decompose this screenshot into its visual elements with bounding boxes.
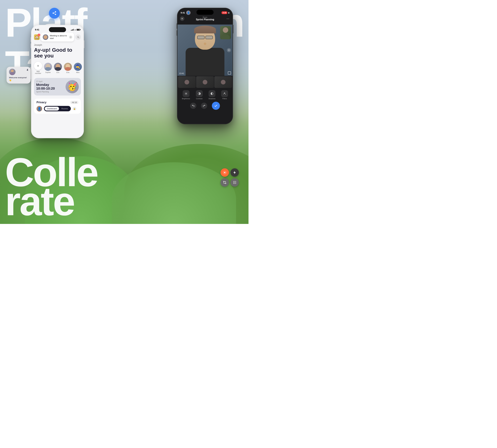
dark-side-button-down[interactable] [176, 30, 177, 36]
add-member-wrapper: + Add member [34, 62, 42, 74]
greeting-name: Joseph [34, 44, 81, 47]
shadows-control[interactable]: Shadows [208, 90, 215, 99]
tool-flash-button[interactable] [230, 168, 239, 177]
status-avatar-emoji: 👤 [186, 11, 191, 15]
room-header: ✕ Room Sprint Planning ⋯ [177, 16, 233, 21]
dark-side-button-up[interactable] [176, 23, 177, 29]
svg-point-2 [185, 93, 187, 94]
meeting-day: Monday [36, 83, 64, 87]
contrast-icon [196, 90, 203, 97]
add-member-button[interactable]: + [34, 62, 42, 70]
glass-left [197, 36, 205, 39]
add-video-button[interactable]: + [227, 48, 231, 52]
thumb-face-1 [185, 80, 189, 84]
search-button[interactable] [75, 34, 81, 40]
svg-point-11 [236, 182, 236, 183]
meeting-info: 27 April Monday 10:00-10:20 Sprint Plann… [36, 80, 64, 93]
svg-point-6 [233, 181, 234, 182]
signal-bar-4 [73, 29, 74, 31]
members-row: + Add member Sophie [34, 62, 81, 74]
phone-inner-left: 9:41 ▲ [32, 25, 83, 138]
notification-banner[interactable]: Meeting is about to start × [41, 33, 74, 41]
notif-avatar [43, 34, 48, 40]
privacy-toggle[interactable]: Dashboard Rooms [44, 106, 71, 111]
sophie-body [45, 67, 51, 71]
widget-count: 4 [27, 69, 28, 71]
redo-button[interactable] [201, 103, 207, 109]
widget-avatar [9, 69, 16, 75]
member-alex[interactable]: 🧙 Alex [74, 63, 82, 73]
tool-row-1 [221, 168, 239, 177]
status-avatar-dark: 👤 [186, 11, 191, 15]
shadows-label: Shadows [208, 98, 215, 99]
tool-crop-button[interactable] [221, 178, 229, 187]
notif-row: 🏠 3 Meeting is about to start × [34, 33, 81, 41]
svg-point-5 [224, 172, 225, 173]
svg-point-9 [233, 182, 234, 183]
brightness-control[interactable]: Brightness [182, 90, 190, 99]
phone-inner-dark: 9:41 👤 3:15 ▮ ✕ Room Sprint Planning [177, 8, 233, 124]
svg-line-1 [79, 38, 79, 38]
room-name: Sprint Planning [196, 18, 214, 21]
confirm-button[interactable] [212, 102, 220, 110]
dynamic-island [49, 27, 66, 32]
side-button-power[interactable] [84, 40, 84, 48]
thumb-3[interactable] [214, 76, 232, 88]
status-right-dark: 3:15 ▮ [222, 11, 229, 14]
side-button-volume-down[interactable] [31, 44, 31, 48]
share-button[interactable] [49, 8, 60, 19]
privacy-avatar: 👤 [36, 106, 42, 112]
thumb-face-2 [203, 80, 207, 84]
call-timer-badge: 3:15 [222, 11, 227, 14]
thumb-2[interactable] [196, 76, 214, 88]
notif-close-button[interactable]: × [69, 35, 72, 39]
notification-badge: 3 [38, 34, 40, 36]
pip-body [221, 35, 230, 39]
lock-icon: 🔒 [73, 107, 76, 111]
svg-point-14 [236, 183, 236, 184]
privacy-count: All 16 [70, 101, 79, 104]
tool-brightness-button[interactable] [221, 168, 229, 177]
eva-name: Eva [66, 71, 69, 73]
privacy-title: Privacy [36, 101, 47, 104]
meeting-date: 27 April [36, 80, 64, 83]
room-close-button[interactable]: ✕ [180, 16, 184, 21]
member-eva[interactable]: Eva [64, 63, 72, 73]
welcome-widget: 4 Welcome everyone! 👋 [6, 67, 31, 83]
thumb-face-3 [221, 80, 225, 84]
side-button-volume-up[interactable] [31, 37, 31, 42]
member-sophie[interactable]: Sophie [44, 63, 52, 73]
signal-bar-2 [72, 30, 72, 31]
alex-avatar-emoji: 🧙 [74, 63, 82, 71]
glasses [197, 36, 213, 39]
privacy-avatar-img: 👤 [36, 106, 42, 112]
pip-video[interactable] [220, 26, 231, 39]
battery-icon [77, 29, 80, 31]
fullscreen-button[interactable] [228, 71, 231, 75]
status-left-dark: 9:41 👤 [181, 11, 191, 15]
thumb-1[interactable] [178, 76, 196, 88]
status-time-dark: 9:41 [181, 12, 185, 14]
eric-avatar-bg [54, 63, 62, 71]
contrast-control[interactable]: Contrast [196, 90, 203, 99]
member-eric[interactable]: Eric [54, 63, 62, 73]
meeting-card[interactable]: 27 April Monday 10:00-10:20 Sprint Plann… [34, 78, 81, 96]
person-hair [194, 26, 216, 33]
phone-frame-dark: 9:41 👤 3:15 ▮ ✕ Room Sprint Planning [177, 8, 233, 124]
brightness-icon [183, 90, 190, 97]
widget-message: Welcome everyone! 👋 [9, 76, 28, 82]
toggle-dashboard[interactable]: Dashboard [45, 107, 59, 111]
eva-body [65, 67, 71, 71]
brightness-label: Brightness [182, 98, 190, 99]
filters-control[interactable]: Filters [221, 90, 228, 99]
person-nose [204, 43, 206, 45]
toggle-rooms[interactable]: Rooms [59, 107, 70, 111]
privacy-row: 👤 Dashboard Rooms 🔒 [36, 106, 79, 112]
status-icons-left: ▲ [71, 29, 80, 31]
dark-side-button-power[interactable] [233, 25, 233, 33]
glass-right [206, 36, 213, 39]
main-video-area: + 13:41 [177, 25, 233, 76]
undo-button[interactable] [190, 103, 196, 109]
room-menu-button[interactable]: ⋯ [226, 16, 230, 21]
tool-grid-button[interactable] [230, 178, 239, 187]
